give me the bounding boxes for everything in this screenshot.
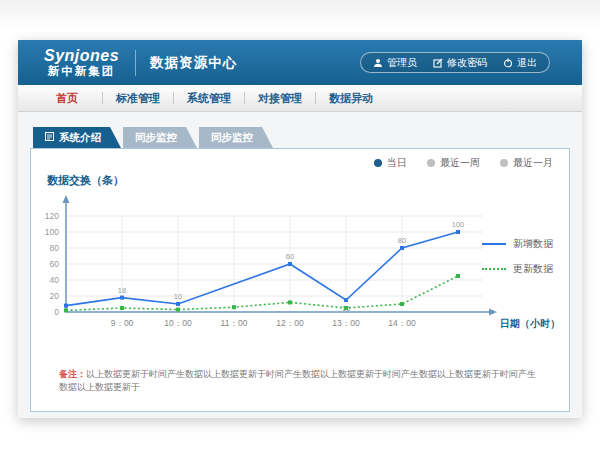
nav-item-data-change[interactable]: 数据异动: [316, 91, 386, 106]
footnote-text: 以上数据更新于时间产生数据以上数据更新于时间产生数据以上数据更新于时间产生数据以…: [59, 369, 536, 392]
svg-text:日期（小时）: 日期（小时）: [500, 318, 560, 329]
tab-label: 系统介绍: [59, 127, 101, 148]
range-label: 最近一月: [513, 156, 553, 170]
change-password-label: 修改密码: [447, 56, 487, 70]
logout-label: 退出: [517, 56, 537, 70]
svg-text:60: 60: [50, 259, 60, 269]
svg-text:100: 100: [45, 227, 59, 237]
app-header: Synjones 新中新集团 数据资源中心 管理员 修改密码: [18, 40, 582, 85]
y-axis-title: 数据交换（条）: [47, 173, 569, 188]
nav-item-standard-mgmt[interactable]: 标准管理: [103, 91, 173, 106]
svg-text:14：00: 14：00: [388, 318, 416, 328]
range-option-today[interactable]: 当日: [374, 156, 407, 170]
logout-button[interactable]: 退出: [503, 56, 537, 70]
tab-label: 同步监控: [211, 127, 253, 148]
tab-sync-monitor-2[interactable]: 同步监控: [199, 127, 273, 148]
user-icon: [373, 58, 383, 68]
admin-button-label: 管理员: [387, 56, 417, 70]
svg-text:9：00: 9：00: [111, 318, 134, 328]
svg-text:120: 120: [45, 211, 59, 221]
nav-item-interface-mgmt[interactable]: 对接管理: [245, 91, 315, 106]
svg-text:10: 10: [174, 292, 182, 301]
footnote-prefix: 备注：: [59, 369, 86, 379]
radio-dot-icon: [500, 159, 508, 167]
company-logo: Synjones 新中新集团: [44, 48, 119, 77]
svg-text:11：00: 11：00: [221, 318, 248, 328]
svg-text:0: 0: [54, 307, 59, 317]
svg-text:40: 40: [50, 275, 60, 285]
company-name: 新中新集团: [44, 65, 119, 77]
range-selector: 当日 最近一周 最近一月: [374, 156, 553, 170]
svg-text:12：00: 12：00: [276, 318, 304, 328]
range-label: 当日: [387, 156, 407, 170]
header-divider: [135, 50, 136, 76]
tab-label: 同步监控: [135, 127, 177, 148]
legend-line-dotted: [482, 268, 506, 270]
svg-text:60: 60: [286, 252, 294, 261]
radio-dot-icon: [374, 159, 382, 167]
edit-icon: [433, 58, 443, 68]
chart-legend: 新增数据 更新数据: [482, 237, 553, 276]
change-password-button[interactable]: 修改密码: [433, 56, 487, 70]
user-actions: 管理员 修改密码 退出: [360, 52, 550, 73]
tab-bar: 系统介绍 同步监控 同步监控: [33, 127, 582, 148]
brand-name: Synjones: [44, 48, 119, 65]
range-option-last-month[interactable]: 最近一月: [500, 156, 553, 170]
legend-item-updated-data: 更新数据: [482, 262, 553, 276]
radio-dot-icon: [427, 159, 435, 167]
svg-text:20: 20: [50, 291, 60, 301]
power-icon: [503, 58, 513, 68]
svg-text:80: 80: [398, 236, 406, 245]
tab-system-intro[interactable]: 系统介绍: [33, 127, 121, 148]
admin-button[interactable]: 管理员: [373, 56, 417, 70]
main-nav: 首页 标准管理 系统管理 对接管理 数据异动: [18, 85, 582, 112]
legend-item-new-data: 新增数据: [482, 237, 553, 251]
footnote: 备注：以上数据更新于时间产生数据以上数据更新于时间产生数据以上数据更新于时间产生…: [59, 368, 541, 393]
range-option-last-week[interactable]: 最近一周: [427, 156, 480, 170]
range-label: 最近一周: [440, 156, 480, 170]
nav-item-system-mgmt[interactable]: 系统管理: [174, 91, 244, 106]
chart-panel: 当日 最近一周 最近一月 数据交换（条） 0204060801001209：00…: [30, 148, 570, 412]
svg-text:10：00: 10：00: [164, 318, 192, 328]
svg-text:13：00: 13：00: [332, 318, 360, 328]
document-icon: [45, 127, 54, 148]
page-title: 数据资源中心: [150, 54, 237, 72]
app-window: Synjones 新中新集团 数据资源中心 管理员 修改密码: [18, 40, 582, 418]
svg-text:100: 100: [452, 220, 465, 229]
svg-text:18: 18: [118, 286, 126, 295]
tab-sync-monitor-1[interactable]: 同步监控: [123, 127, 197, 148]
svg-text:80: 80: [50, 243, 60, 253]
legend-line-solid: [482, 243, 506, 245]
legend-label: 新增数据: [513, 237, 553, 251]
legend-label: 更新数据: [513, 262, 553, 276]
nav-item-home[interactable]: 首页: [32, 91, 102, 106]
